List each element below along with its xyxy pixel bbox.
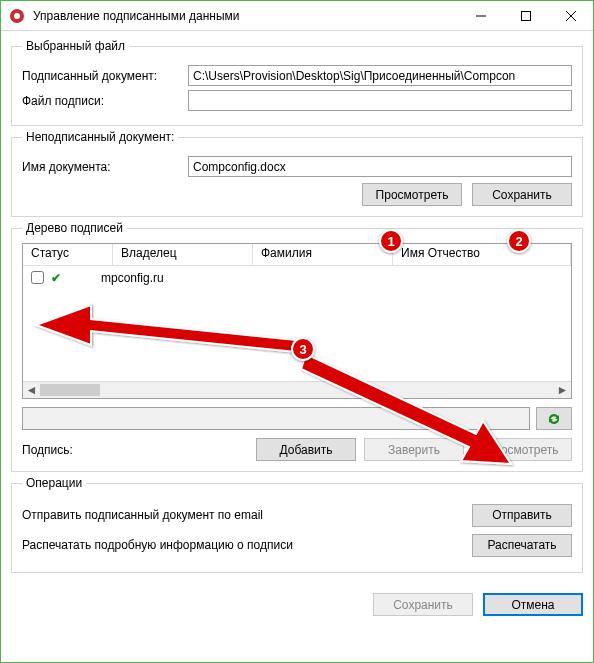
annotation-badge-1: 1 (379, 229, 403, 253)
app-icon (9, 8, 25, 24)
tree-path-input[interactable] (22, 407, 530, 430)
footer-save-button: Сохранить (373, 593, 473, 616)
tree-header: Статус Владелец Фамилия Имя Отчество (23, 244, 571, 266)
signature-tree[interactable]: Статус Владелец Фамилия Имя Отчество ✔ m… (22, 243, 572, 399)
col-name-patronymic[interactable]: Имя Отчество (393, 244, 571, 265)
maximize-button[interactable] (503, 1, 548, 31)
doc-name-input[interactable] (188, 156, 572, 177)
tree-h-scrollbar[interactable]: ◄ ► (23, 381, 571, 398)
sig-file-label: Файл подписи: (22, 94, 180, 108)
scroll-right-icon[interactable]: ► (554, 383, 571, 397)
scroll-left-icon[interactable]: ◄ (23, 383, 40, 397)
unsigned-doc-group: Неподписанный документ: Имя документа: П… (11, 130, 583, 217)
doc-name-label: Имя документа: (22, 160, 180, 174)
col-status[interactable]: Статус (23, 244, 113, 265)
signed-doc-label: Подписанный документ: (22, 69, 180, 83)
print-info-label: Распечатать подробную информацию о подпи… (22, 538, 293, 552)
annotation-badge-2: 2 (507, 229, 531, 253)
annotation-badge-3: 3 (291, 337, 315, 361)
close-button[interactable] (548, 1, 593, 31)
refresh-button[interactable] (536, 407, 572, 430)
col-surname[interactable]: Фамилия (253, 244, 393, 265)
send-email-label: Отправить подписанный документ по email (22, 508, 263, 522)
sig-file-input[interactable] (188, 90, 572, 111)
titlebar: Управление подписанными данными (1, 1, 593, 31)
operations-legend: Операции (22, 476, 86, 490)
selected-file-legend: Выбранный файл (22, 39, 129, 53)
add-signature-button[interactable]: Добавить (256, 438, 356, 461)
window-title: Управление подписанными данными (33, 9, 458, 23)
refresh-icon (546, 411, 562, 427)
col-owner[interactable]: Владелец (113, 244, 253, 265)
tree-row[interactable]: ✔ mpconfig.ru (27, 268, 567, 287)
send-email-button[interactable]: Отправить (472, 504, 572, 527)
svg-point-1 (14, 13, 20, 19)
signature-label: Подпись: (22, 443, 102, 457)
svg-rect-3 (521, 11, 530, 20)
check-icon: ✔ (51, 271, 61, 285)
footer-cancel-button[interactable]: Отмена (483, 593, 583, 616)
operations-group: Операции Отправить подписанный документ … (11, 476, 583, 573)
unsigned-doc-legend: Неподписанный документ: (22, 130, 178, 144)
scroll-thumb[interactable] (40, 384, 100, 396)
signature-tree-legend: Дерево подписей (22, 221, 127, 235)
minimize-button[interactable] (458, 1, 503, 31)
save-unsigned-button[interactable]: Сохранить (472, 183, 572, 206)
signed-doc-input[interactable] (188, 65, 572, 86)
view-unsigned-button[interactable]: Просмотреть (362, 183, 462, 206)
view-signature-button: Просмотреть (472, 438, 572, 461)
selected-file-group: Выбранный файл Подписанный документ: Фай… (11, 39, 583, 126)
tree-row-checkbox[interactable] (31, 271, 44, 284)
dialog-footer: Сохранить Отмена (1, 587, 593, 626)
tree-row-text: mpconfig.ru (101, 271, 164, 285)
print-info-button[interactable]: Распечатать (472, 534, 572, 557)
certify-button: Заверить (364, 438, 464, 461)
